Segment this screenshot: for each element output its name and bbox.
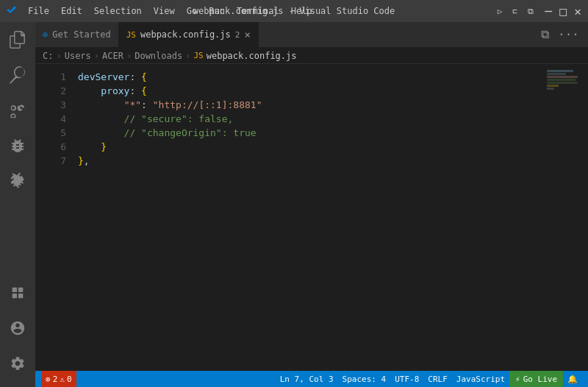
activity-source-control[interactable] bbox=[0, 93, 35, 128]
code-line-1: devServer: { bbox=[78, 70, 544, 84]
notifications-icon[interactable]: 🔔 bbox=[563, 371, 582, 387]
titlebar-actions: ▷ ⊏ ⧉ bbox=[493, 5, 538, 18]
tab-webpack-label: webpack.config.js bbox=[140, 29, 231, 40]
title-bar: File Edit Selection View Go Run Terminal… bbox=[0, 0, 588, 22]
status-bar: ⊗ 2 ⚠ 0 Ln 7, Col 3 Spaces: 4 UTF-8 CRLF bbox=[35, 371, 588, 387]
title-bar-right: ▷ ⊏ ⧉ ─ □ ✕ bbox=[493, 5, 582, 18]
svg-rect-3 bbox=[18, 294, 23, 298]
webpack-file-icon: JS bbox=[126, 30, 136, 40]
code-line-6: } bbox=[78, 140, 544, 154]
tab-bar: ⊕ Get Started JS webpack.config.js 2 × ⧉… bbox=[35, 22, 588, 48]
error-count[interactable]: ⊗ 2 ⚠ 0 bbox=[41, 371, 76, 387]
activity-settings[interactable] bbox=[0, 346, 35, 381]
editor-area: ⊕ Get Started JS webpack.config.js 2 × ⧉… bbox=[35, 22, 588, 387]
language-mode[interactable]: JavaScript bbox=[452, 371, 509, 387]
breadcrumb-file-icon: JS bbox=[193, 51, 203, 60]
minimap bbox=[544, 64, 588, 371]
activity-debug[interactable] bbox=[0, 128, 35, 163]
get-started-icon: ⊕ bbox=[43, 29, 48, 40]
menu-file[interactable]: File bbox=[24, 4, 54, 18]
breadcrumb-drive[interactable]: C: bbox=[43, 51, 53, 61]
code-line-3: "*": "http://[::1]:8881" bbox=[78, 98, 544, 112]
warning-number: 0 bbox=[67, 374, 72, 384]
window-title: webpack.config.js - Visual Studio Code bbox=[193, 6, 395, 16]
error-icon: ⊗ bbox=[46, 374, 51, 384]
breadcrumb-downloads[interactable]: Downloads bbox=[135, 51, 182, 61]
tab-number: 2 bbox=[235, 30, 240, 40]
tab-webpack-config[interactable]: JS webpack.config.js 2 × bbox=[119, 22, 259, 47]
warning-icon: ⚠ bbox=[60, 374, 65, 384]
tab-actions: ⧉ ··· bbox=[538, 22, 588, 47]
status-right: Ln 7, Col 3 Spaces: 4 UTF-8 CRLF JavaScr… bbox=[276, 371, 582, 387]
broadcast-icon[interactable]: ⊏ bbox=[508, 5, 522, 18]
breadcrumb-acer[interactable]: ACER bbox=[102, 51, 123, 61]
broadcast-icon: ⚡ bbox=[515, 374, 520, 384]
code-line-5: // "changeOrigin": true bbox=[78, 126, 544, 140]
tab-get-started-label: Get Started bbox=[52, 29, 110, 40]
run-icon[interactable]: ▷ bbox=[493, 5, 507, 18]
menu-selection[interactable]: Selection bbox=[90, 4, 146, 18]
activity-extensions[interactable] bbox=[0, 163, 35, 199]
status-left: ⊗ 2 ⚠ 0 bbox=[41, 371, 76, 387]
code-line-2: proxy: { bbox=[78, 84, 544, 98]
vscode-logo-icon bbox=[6, 5, 18, 17]
encoding[interactable]: UTF-8 bbox=[390, 371, 423, 387]
activity-remote[interactable] bbox=[0, 275, 35, 310]
maximize-button[interactable]: □ bbox=[559, 7, 567, 15]
code-line-4: // "secure": false, bbox=[78, 112, 544, 126]
close-button[interactable]: ✕ bbox=[573, 7, 582, 15]
code-content[interactable]: devServer: { proxy: { "*": "http://[::1]… bbox=[72, 64, 544, 371]
activity-account[interactable] bbox=[0, 310, 35, 346]
code-line-7: }, bbox=[78, 154, 544, 168]
code-editor[interactable]: 1 2 3 4 5 6 7 devServer: { proxy: { "*":… bbox=[35, 64, 588, 371]
svg-rect-0 bbox=[12, 288, 17, 292]
main-container: ⊕ Get Started JS webpack.config.js 2 × ⧉… bbox=[0, 22, 588, 387]
go-live-button[interactable]: ⚡ Go Live bbox=[509, 371, 563, 387]
more-actions-icon[interactable]: ··· bbox=[555, 27, 582, 41]
activity-bar bbox=[0, 22, 35, 387]
layout-icon[interactable]: ⧉ bbox=[523, 5, 538, 18]
minimize-button[interactable]: ─ bbox=[544, 7, 553, 15]
error-number: 2 bbox=[53, 374, 58, 384]
minimap-content bbox=[544, 64, 588, 96]
spaces-setting[interactable]: Spaces: 4 bbox=[338, 371, 391, 387]
activity-explorer[interactable] bbox=[0, 22, 35, 57]
menu-edit[interactable]: Edit bbox=[57, 4, 87, 18]
svg-rect-2 bbox=[12, 294, 17, 298]
line-numbers: 1 2 3 4 5 6 7 bbox=[35, 64, 72, 371]
go-live-label: Go Live bbox=[523, 374, 557, 384]
breadcrumb-users[interactable]: Users bbox=[65, 51, 91, 61]
breadcrumb: C: › Users › ACER › Downloads › JS webpa… bbox=[35, 48, 588, 64]
tab-close-button[interactable]: × bbox=[244, 29, 250, 40]
line-ending[interactable]: CRLF bbox=[423, 371, 452, 387]
cursor-position[interactable]: Ln 7, Col 3 bbox=[276, 371, 338, 387]
menu-view[interactable]: View bbox=[149, 4, 179, 18]
split-editor-icon[interactable]: ⧉ bbox=[538, 27, 552, 41]
svg-rect-1 bbox=[18, 288, 23, 292]
activity-bottom bbox=[0, 275, 35, 387]
activity-search[interactable] bbox=[0, 57, 35, 93]
tab-get-started[interactable]: ⊕ Get Started bbox=[35, 22, 119, 47]
breadcrumb-file[interactable]: JS webpack.config.js bbox=[193, 51, 296, 61]
